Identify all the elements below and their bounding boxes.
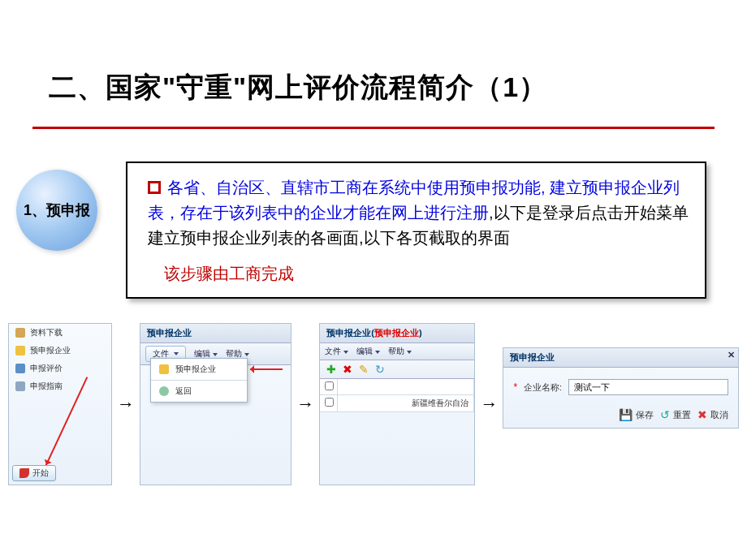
add-icon[interactable]: ✚ [326, 364, 338, 375]
arrow-right-icon: → [296, 394, 314, 415]
folder-icon [15, 328, 25, 338]
company-name-input[interactable] [568, 379, 728, 395]
description-box: 各省、自治区、直辖市工商在系统中使用预申报功能, 建立预申报企业列表，存在于该列… [126, 162, 706, 299]
sidebar-item-label: 申报指南 [30, 381, 63, 392]
flag-icon [19, 468, 29, 478]
field-label: 企业名称: [524, 381, 562, 394]
sidebar-item-guide[interactable]: 申报指南 [9, 377, 111, 395]
sidebar-item-prereport[interactable]: 预申报企业 [9, 342, 111, 360]
column-header [338, 379, 474, 394]
form-row: * 企业名称: [503, 368, 738, 403]
reset-icon: ↺ [660, 408, 670, 421]
required-star-icon: * [513, 381, 517, 393]
sidebar-item-downloads[interactable]: 资料下载 [9, 324, 111, 342]
chevron-down-icon [407, 351, 412, 354]
chevron-down-icon [343, 351, 348, 354]
toolbar: 文件 编辑 帮助 [320, 343, 474, 360]
panel-header: 预申报企业 [140, 324, 291, 343]
annotation-arrow-icon [250, 368, 283, 370]
title-underline [32, 127, 715, 129]
doc-icon [159, 364, 169, 374]
guide-icon [15, 381, 25, 391]
row-checkbox-cell[interactable] [320, 395, 338, 411]
sidebar-item-evaluate[interactable]: 申报评价 [9, 360, 111, 377]
save-button[interactable]: 💾 保存 [619, 408, 654, 421]
arrow-right-icon: → [117, 394, 135, 415]
action-toolbar: ✚ ✖ ✎ ↻ [320, 360, 474, 379]
sidebar-item-label: 申报评价 [30, 363, 63, 374]
bullet-square-icon [148, 181, 161, 194]
save-button-label: 保存 [636, 409, 654, 421]
edit-menu[interactable]: 编辑 [356, 346, 380, 357]
screenshot-4: 预申报企业 ✕ * 企业名称: 💾 保存 ↺ 重置 ✖ 取消 [503, 347, 739, 429]
back-icon [159, 386, 169, 396]
screenshot-2: 预申报企业 文件 编辑 帮助 预申报企业 返回 [140, 323, 291, 485]
step-circle: 1、预申报 [16, 170, 97, 251]
save-icon: 💾 [619, 408, 633, 421]
slide-title: 二、国家"守重"网上评价流程简介（1） [49, 69, 698, 106]
checkbox-header[interactable] [320, 379, 338, 394]
footnote: 该步骤由工商完成 [164, 263, 689, 285]
edit-icon[interactable]: ✎ [359, 364, 370, 375]
dropdown-item-prereport[interactable]: 预申报企业 [151, 359, 247, 380]
checkbox[interactable] [325, 398, 334, 407]
screenshot-1: 资料下载 预申报企业 申报评价 申报指南 开始 [8, 323, 112, 485]
chevron-down-icon [244, 353, 249, 356]
delete-icon[interactable]: ✖ [343, 364, 354, 375]
reset-button[interactable]: ↺ 重置 [660, 408, 691, 421]
table-header-row [320, 379, 474, 395]
chevron-down-icon [375, 351, 380, 354]
table-row[interactable]: 新疆维吾尔自治 [320, 395, 474, 412]
reset-button-label: 重置 [673, 409, 691, 421]
refresh-icon[interactable]: ↻ [375, 364, 386, 375]
row-cell: 新疆维吾尔自治 [338, 395, 474, 411]
close-icon[interactable]: ✕ [728, 350, 735, 360]
doc-icon [15, 346, 25, 355]
dropdown-item-back[interactable]: 返回 [151, 381, 247, 402]
help-menu[interactable]: 帮助 [388, 346, 412, 357]
file-menu[interactable]: 文件 [325, 346, 348, 357]
screenshot-row: 资料下载 预申报企业 申报评价 申报指南 开始 → 预申报企业 文件 编辑 [0, 323, 747, 485]
cancel-icon: ✖ [697, 408, 707, 421]
modal-title: 预申报企业 [510, 352, 555, 362]
cancel-button[interactable]: ✖ 取消 [697, 408, 728, 421]
arrow-right-icon: → [480, 394, 498, 415]
cancel-button-label: 取消 [710, 409, 728, 421]
content-row: 1、预申报 各省、自治区、直辖市工商在系统中使用预申报功能, 建立预申报企业列表… [0, 162, 747, 299]
checkbox[interactable] [325, 381, 334, 390]
panel-title-suffix: ) [419, 328, 422, 338]
panel-header: 预申报企业(预申报企业) [320, 324, 474, 343]
slide-title-area: 二、国家"守重"网上评价流程简介（1） [0, 0, 747, 114]
modal-header: 预申报企业 ✕ [503, 348, 738, 368]
panel-title-red: 预申报企业 [374, 328, 419, 338]
panel-title-prefix: 预申报企业( [326, 328, 374, 338]
body-text: 各省、自治区、直辖市工商在系统中使用预申报功能, 建立预申报企业列表，存在于该列… [148, 175, 689, 251]
sidebar-item-label: 资料下载 [30, 327, 63, 338]
file-dropdown: 预申报企业 返回 [150, 358, 248, 403]
dropdown-item-label: 返回 [175, 386, 192, 397]
eval-icon [15, 364, 25, 373]
step-label: 1、预申报 [24, 200, 90, 220]
chevron-down-icon [213, 353, 218, 356]
chevron-down-icon [174, 352, 179, 355]
start-button-label: 开始 [32, 467, 49, 479]
start-button[interactable]: 开始 [12, 465, 56, 481]
screenshot-3: 预申报企业(预申报企业) 文件 编辑 帮助 ✚ ✖ ✎ ↻ 新疆维吾尔自治 [319, 323, 475, 485]
sidebar-item-label: 预申报企业 [30, 345, 71, 356]
dropdown-item-label: 预申报企业 [175, 364, 216, 375]
modal-button-row: 💾 保存 ↺ 重置 ✖ 取消 [503, 403, 738, 429]
